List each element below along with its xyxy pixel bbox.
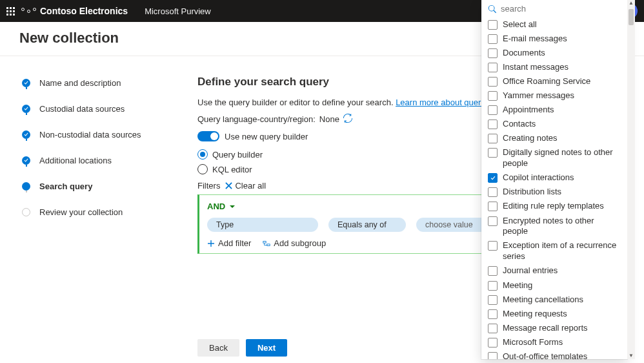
checkbox-icon — [488, 216, 498, 226]
checkbox-icon — [488, 187, 498, 197]
language-picker-icon[interactable] — [343, 114, 352, 125]
dropdown-item[interactable]: Message recall reports — [481, 321, 627, 335]
type-value-dropdown: Select allE-mail messagesDocumentsInstan… — [481, 0, 627, 359]
check-icon — [22, 79, 30, 87]
step-label: Non-custodial data sources — [39, 130, 141, 140]
dropdown-item-label: Out-of-office templates — [503, 351, 621, 359]
dropdown-item-label: Meeting cancellations — [503, 295, 621, 306]
dropdown-item-label: Copilot interactions — [503, 172, 621, 183]
checkbox-icon — [488, 295, 498, 305]
checkbox-icon — [488, 119, 498, 129]
checkbox-icon — [488, 241, 498, 251]
dropdown-item[interactable]: Meeting cancellations — [481, 293, 627, 307]
dropdown-item-label: Journal entries — [503, 265, 621, 276]
dropdown-item[interactable]: Select all — [481, 17, 627, 32]
back-button[interactable]: Back — [197, 339, 239, 357]
step-additional-locations[interactable]: Additional locations — [22, 156, 172, 165]
dropdown-item-label: Creating notes — [503, 133, 621, 144]
checkbox-icon — [488, 309, 498, 319]
dropdown-item[interactable]: Meeting requests — [481, 307, 627, 321]
step-custodial-data-sources[interactable]: Custodial data sources — [22, 104, 172, 114]
step-name-and-description[interactable]: Name and description — [22, 78, 172, 88]
dropdown-item[interactable]: Distribution lists — [481, 185, 627, 200]
current-step-icon — [22, 182, 30, 191]
dropdown-item-label: Meeting requests — [503, 309, 621, 320]
dropdown-item[interactable]: Digitally signed notes to other people — [481, 146, 627, 171]
checkbox-icon — [488, 134, 498, 143]
dropdown-item[interactable]: Instant messages — [481, 60, 627, 74]
circle-icon — [22, 208, 30, 216]
dropdown-item-label: Exception item of a recurrence series — [503, 240, 621, 262]
step-review-your-collection[interactable]: Review your collection — [22, 207, 172, 217]
clear-all-button[interactable]: Clear all — [225, 181, 266, 191]
dropdown-item[interactable]: Creating notes — [481, 132, 627, 146]
new-query-builder-toggle[interactable] — [197, 131, 219, 141]
subgroup-icon — [263, 240, 270, 247]
checkbox-icon — [488, 266, 498, 276]
app-launcher-icon[interactable] — [6, 7, 15, 16]
dropdown-item[interactable]: Encrypted notes to other people — [481, 214, 627, 239]
dropdown-item[interactable]: Documents — [481, 46, 627, 60]
filters-label: Filters — [197, 181, 220, 191]
toggle-label: Use new query builder — [225, 132, 308, 141]
scroll-thumb[interactable] — [629, 9, 634, 25]
learn-more-link[interactable]: Learn more about queries — [396, 98, 492, 107]
dropdown-item-label: Encrypted notes to other people — [503, 216, 621, 238]
step-label: Search query — [39, 182, 92, 191]
checkbox-icon — [488, 338, 498, 347]
svg-rect-0 — [263, 241, 266, 243]
dropdown-item[interactable]: Copilot interactions — [481, 171, 627, 185]
step-search-query[interactable]: Search query — [22, 182, 172, 191]
check-icon — [22, 130, 30, 139]
dropdown-item-label: Yammer messages — [503, 90, 621, 101]
dropdown-item[interactable]: Exception item of a recurrence series — [481, 239, 627, 264]
scroll-up-icon[interactable]: ▲ — [629, 1, 634, 6]
dropdown-list: Select allE-mail messagesDocumentsInstan… — [481, 17, 627, 359]
checkbox-icon — [488, 91, 498, 101]
checkbox-icon — [488, 148, 498, 158]
scroll-down-icon[interactable]: ▼ — [629, 353, 634, 358]
dropdown-item[interactable]: Appointments — [481, 103, 627, 117]
checkbox-icon — [488, 105, 498, 115]
dropdown-item[interactable]: Out-of-office templates — [481, 349, 627, 359]
step-label: Review your collection — [39, 207, 123, 217]
dropdown-item[interactable]: Yammer messages — [481, 88, 627, 103]
checkbox-icon — [488, 77, 498, 87]
dropdown-item-label: Select all — [503, 19, 621, 30]
add-filter-button[interactable]: Add filter — [207, 238, 251, 248]
checkbox-icon — [488, 202, 498, 211]
step-non-custodial-data-sources[interactable]: Non-custodial data sources — [22, 130, 172, 140]
checkbox-icon — [488, 48, 498, 58]
dropdown-scrollbar[interactable]: ▲ ▼ — [627, 0, 635, 359]
dropdown-item-label: Documents — [503, 48, 621, 59]
add-subgroup-button[interactable]: Add subgroup — [263, 238, 326, 248]
dropdown-item[interactable]: Editing rule reply templates — [481, 200, 627, 214]
dropdown-item-label: Editing rule reply templates — [503, 201, 621, 212]
checkbox-icon — [488, 352, 498, 359]
dropdown-item-label: Digitally signed notes to other people — [503, 147, 621, 169]
dropdown-item-label: Distribution lists — [503, 187, 621, 198]
filter-operator-pill[interactable]: Equals any of — [328, 218, 406, 232]
dropdown-item[interactable]: Contacts — [481, 118, 627, 132]
dropdown-item-label: E-mail messages — [503, 34, 621, 45]
brand-logo-icon — [21, 10, 36, 13]
chevron-down-icon — [229, 203, 236, 210]
dropdown-item-label: Meeting — [503, 280, 621, 291]
filter-field-pill[interactable]: Type — [207, 218, 318, 232]
checkbox-icon — [488, 281, 498, 291]
and-operator-chip[interactable]: AND — [207, 202, 236, 211]
dropdown-item[interactable]: Meeting — [481, 278, 627, 293]
dropdown-search-input[interactable] — [501, 4, 621, 14]
dropdown-item-label: Instant messages — [503, 62, 621, 73]
footer-buttons: Back Next — [197, 339, 287, 357]
step-label: Custodial data sources — [39, 104, 125, 114]
checkbox-icon — [488, 34, 498, 44]
org-name: Contoso Electronics — [40, 6, 128, 16]
dropdown-item[interactable]: Journal entries — [481, 264, 627, 278]
checkbox-icon — [488, 324, 498, 333]
dropdown-item[interactable]: Office Roaming Service — [481, 74, 627, 88]
next-button[interactable]: Next — [246, 339, 287, 357]
dropdown-item[interactable]: Microsoft Forms — [481, 335, 627, 349]
dropdown-item-label: Office Roaming Service — [503, 76, 621, 87]
dropdown-item[interactable]: E-mail messages — [481, 32, 627, 46]
